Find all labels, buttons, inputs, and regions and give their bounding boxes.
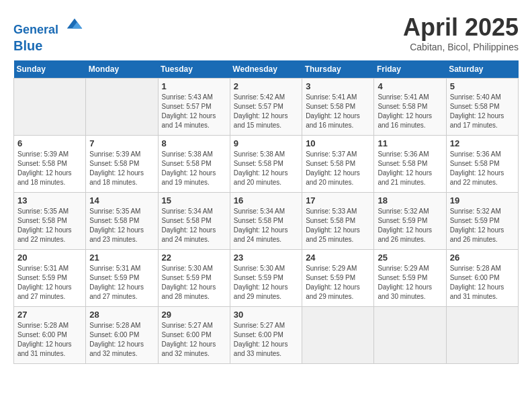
day-number: 2 [234, 81, 298, 91]
day-number: 18 [378, 195, 442, 205]
calendar-cell [374, 306, 446, 363]
day-info: Sunrise: 5:37 AMSunset: 5:58 PMDaylight:… [306, 150, 370, 187]
calendar-cell: 1Sunrise: 5:43 AMSunset: 5:57 PMDaylight… [158, 78, 230, 135]
calendar-cell: 22Sunrise: 5:30 AMSunset: 5:59 PMDayligh… [158, 249, 230, 306]
calendar-cell: 23Sunrise: 5:30 AMSunset: 5:59 PMDayligh… [230, 249, 302, 306]
page-header: General Blue April 2025 Cabitan, Bicol, … [13, 13, 519, 54]
weekday-header-row: SundayMondayTuesdayWednesdayThursdayFrid… [14, 60, 519, 79]
calendar-cell: 17Sunrise: 5:33 AMSunset: 5:58 PMDayligh… [302, 192, 374, 249]
month-title: April 2025 [403, 13, 519, 42]
day-number: 4 [378, 81, 442, 91]
day-info: Sunrise: 5:31 AMSunset: 5:59 PMDaylight:… [89, 264, 154, 302]
calendar-cell: 5Sunrise: 5:40 AMSunset: 5:58 PMDaylight… [446, 78, 518, 135]
day-number: 17 [306, 195, 370, 205]
weekday-header-tuesday: Tuesday [158, 60, 230, 79]
day-info: Sunrise: 5:34 AMSunset: 5:58 PMDaylight:… [162, 207, 226, 244]
day-info: Sunrise: 5:40 AMSunset: 5:58 PMDaylight:… [450, 93, 515, 130]
day-number: 5 [450, 81, 515, 91]
day-number: 19 [450, 195, 515, 205]
day-number: 25 [378, 253, 442, 263]
calendar-cell: 11Sunrise: 5:36 AMSunset: 5:58 PMDayligh… [374, 135, 446, 192]
calendar-cell: 24Sunrise: 5:29 AMSunset: 5:59 PMDayligh… [302, 249, 374, 306]
calendar-week-row: 6Sunrise: 5:39 AMSunset: 5:58 PMDaylight… [14, 135, 519, 192]
calendar-cell: 9Sunrise: 5:38 AMSunset: 5:58 PMDaylight… [230, 135, 302, 192]
location: Cabitan, Bicol, Philippines [403, 42, 519, 52]
day-number: 30 [234, 310, 298, 320]
weekday-header-saturday: Saturday [446, 60, 518, 79]
day-number: 6 [17, 138, 82, 148]
day-info: Sunrise: 5:39 AMSunset: 5:58 PMDaylight:… [17, 150, 82, 187]
calendar-cell: 2Sunrise: 5:42 AMSunset: 5:57 PMDaylight… [230, 78, 302, 135]
title-block: April 2025 Cabitan, Bicol, Philippines [403, 13, 519, 52]
calendar-cell: 21Sunrise: 5:31 AMSunset: 5:59 PMDayligh… [86, 249, 158, 306]
calendar-cell: 12Sunrise: 5:36 AMSunset: 5:58 PMDayligh… [446, 135, 518, 192]
calendar-cell: 13Sunrise: 5:35 AMSunset: 5:58 PMDayligh… [14, 192, 86, 249]
day-info: Sunrise: 5:29 AMSunset: 5:59 PMDaylight:… [378, 264, 442, 302]
day-info: Sunrise: 5:42 AMSunset: 5:57 PMDaylight:… [234, 93, 298, 130]
calendar-cell: 6Sunrise: 5:39 AMSunset: 5:58 PMDaylight… [14, 135, 86, 192]
day-number: 9 [234, 138, 298, 148]
calendar-cell: 4Sunrise: 5:41 AMSunset: 5:58 PMDaylight… [374, 78, 446, 135]
calendar-cell [14, 78, 86, 135]
day-info: Sunrise: 5:32 AMSunset: 5:59 PMDaylight:… [450, 207, 515, 244]
calendar-week-row: 13Sunrise: 5:35 AMSunset: 5:58 PMDayligh… [14, 192, 519, 249]
day-info: Sunrise: 5:38 AMSunset: 5:58 PMDaylight:… [234, 150, 298, 187]
day-number: 16 [234, 195, 298, 205]
day-number: 20 [17, 253, 82, 263]
day-info: Sunrise: 5:38 AMSunset: 5:58 PMDaylight:… [162, 150, 226, 187]
calendar-week-row: 20Sunrise: 5:31 AMSunset: 5:59 PMDayligh… [14, 249, 519, 306]
weekday-header-monday: Monday [86, 60, 158, 79]
day-info: Sunrise: 5:30 AMSunset: 5:59 PMDaylight:… [234, 264, 298, 302]
day-info: Sunrise: 5:41 AMSunset: 5:58 PMDaylight:… [378, 93, 442, 130]
calendar-table: SundayMondayTuesdayWednesdayThursdayFrid… [13, 60, 519, 364]
calendar-cell: 19Sunrise: 5:32 AMSunset: 5:59 PMDayligh… [446, 192, 518, 249]
day-number: 27 [17, 310, 82, 320]
day-info: Sunrise: 5:39 AMSunset: 5:58 PMDaylight:… [89, 150, 154, 187]
calendar-cell: 26Sunrise: 5:28 AMSunset: 6:00 PMDayligh… [446, 249, 518, 306]
day-number: 7 [89, 138, 154, 148]
day-info: Sunrise: 5:36 AMSunset: 5:58 PMDaylight:… [378, 150, 442, 187]
calendar-cell [446, 306, 518, 363]
calendar-cell: 7Sunrise: 5:39 AMSunset: 5:58 PMDaylight… [86, 135, 158, 192]
calendar-cell [302, 306, 374, 363]
day-info: Sunrise: 5:33 AMSunset: 5:58 PMDaylight:… [306, 207, 370, 244]
calendar-cell: 30Sunrise: 5:27 AMSunset: 6:00 PMDayligh… [230, 306, 302, 363]
logo: General Blue [13, 13, 85, 54]
day-number: 8 [162, 138, 226, 148]
calendar-cell: 20Sunrise: 5:31 AMSunset: 5:59 PMDayligh… [14, 249, 86, 306]
logo-general: General [13, 23, 58, 36]
day-info: Sunrise: 5:29 AMSunset: 5:59 PMDaylight:… [306, 264, 370, 302]
calendar-cell: 15Sunrise: 5:34 AMSunset: 5:58 PMDayligh… [158, 192, 230, 249]
day-info: Sunrise: 5:28 AMSunset: 6:00 PMDaylight:… [89, 321, 154, 359]
day-info: Sunrise: 5:27 AMSunset: 6:00 PMDaylight:… [234, 321, 298, 359]
day-info: Sunrise: 5:32 AMSunset: 5:59 PMDaylight:… [378, 207, 442, 244]
day-number: 29 [162, 310, 226, 320]
day-info: Sunrise: 5:36 AMSunset: 5:58 PMDaylight:… [450, 150, 515, 187]
day-number: 15 [162, 195, 226, 205]
day-info: Sunrise: 5:27 AMSunset: 6:00 PMDaylight:… [162, 321, 226, 359]
day-number: 11 [378, 138, 442, 148]
day-number: 22 [162, 253, 226, 263]
day-info: Sunrise: 5:28 AMSunset: 6:00 PMDaylight:… [450, 264, 515, 302]
calendar-cell: 10Sunrise: 5:37 AMSunset: 5:58 PMDayligh… [302, 135, 374, 192]
calendar-cell: 28Sunrise: 5:28 AMSunset: 6:00 PMDayligh… [86, 306, 158, 363]
day-number: 21 [89, 253, 154, 263]
day-number: 26 [450, 253, 515, 263]
day-info: Sunrise: 5:31 AMSunset: 5:59 PMDaylight:… [17, 264, 82, 302]
day-number: 23 [234, 253, 298, 263]
logo-text: General [13, 13, 85, 38]
calendar-cell: 14Sunrise: 5:35 AMSunset: 5:58 PMDayligh… [86, 192, 158, 249]
calendar-week-row: 1Sunrise: 5:43 AMSunset: 5:57 PMDaylight… [14, 78, 519, 135]
day-info: Sunrise: 5:34 AMSunset: 5:58 PMDaylight:… [234, 207, 298, 244]
day-info: Sunrise: 5:35 AMSunset: 5:58 PMDaylight:… [17, 207, 82, 244]
day-number: 3 [306, 81, 370, 91]
day-number: 14 [89, 195, 154, 205]
day-number: 13 [17, 195, 82, 205]
logo-icon [64, 13, 85, 34]
calendar-cell [86, 78, 158, 135]
day-number: 1 [162, 81, 226, 91]
day-info: Sunrise: 5:35 AMSunset: 5:58 PMDaylight:… [89, 207, 154, 244]
calendar-cell: 27Sunrise: 5:28 AMSunset: 6:00 PMDayligh… [14, 306, 86, 363]
calendar-cell: 29Sunrise: 5:27 AMSunset: 6:00 PMDayligh… [158, 306, 230, 363]
day-info: Sunrise: 5:41 AMSunset: 5:58 PMDaylight:… [306, 93, 370, 130]
